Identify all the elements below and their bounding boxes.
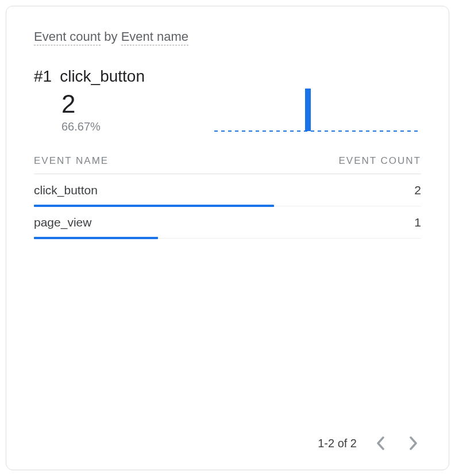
next-page-button[interactable]: [405, 435, 421, 451]
event-count-card: Event count by Event name #1click_button…: [6, 6, 449, 470]
table-header: EVENT NAME EVENT COUNT: [34, 152, 421, 174]
hero-title: #1click_button: [34, 67, 145, 86]
metric-selector[interactable]: Event count: [34, 29, 101, 45]
pagination: 1-2 of 2: [34, 424, 421, 451]
title-by: by: [101, 29, 121, 44]
row-value: 2: [414, 183, 421, 197]
hero-value: 2: [61, 91, 145, 117]
row-bar: [34, 237, 158, 239]
prev-page-button[interactable]: [373, 435, 389, 451]
row-name: page_view: [34, 216, 91, 229]
card-title: Event count by Event name: [34, 29, 421, 44]
hero-name: click_button: [60, 67, 145, 85]
sparkline-wrap: [156, 89, 421, 133]
hero-stats: #1click_button 2 66.67%: [34, 67, 145, 133]
row-value: 1: [414, 216, 421, 229]
table-row[interactable]: click_button 2: [34, 174, 421, 206]
hero-percentage: 66.67%: [61, 120, 145, 133]
page-label: 1-2 of 2: [318, 437, 357, 450]
hero-section: #1click_button 2 66.67%: [34, 67, 421, 133]
svg-rect-1: [305, 89, 311, 131]
table-row[interactable]: page_view 1: [34, 206, 421, 239]
row-name: click_button: [34, 183, 98, 197]
col-name-header: EVENT NAME: [34, 155, 109, 167]
col-count-header: EVENT COUNT: [338, 155, 421, 167]
chevron-right-icon: [408, 435, 418, 451]
chevron-left-icon: [376, 435, 386, 451]
sparkline: [214, 89, 421, 132]
hero-rank: #1: [34, 67, 52, 85]
dimension-selector[interactable]: Event name: [121, 29, 188, 45]
event-table: EVENT NAME EVENT COUNT click_button 2 pa…: [34, 152, 421, 239]
